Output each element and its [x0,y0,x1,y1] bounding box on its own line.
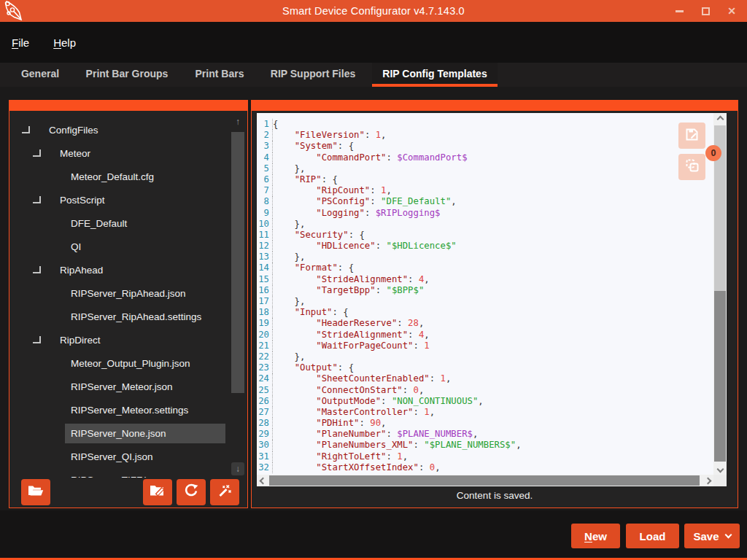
scroll-up-icon[interactable]: ↑ [231,115,244,128]
code-line: 15 "StrideAlignment": 4, [257,274,712,285]
tab-print-bar-groups[interactable]: Print Bar Groups [69,63,185,87]
minimize-button[interactable] [674,5,684,17]
code-line: 4 "CommandPort": $CommandPort$ [257,152,712,163]
expander-icon[interactable] [32,335,42,345]
tree-item-label: RIPServer_QI.json [65,447,225,467]
tree-item-meteor[interactable]: Meteor [9,141,247,165]
menu-help[interactable]: Help [53,36,76,49]
line-number: 17 [257,296,273,307]
save-template-button[interactable] [678,122,705,149]
expander-spacer [43,429,53,438]
tree-item-ripserver-qi-json[interactable]: RIPServer_QI.json [9,445,247,468]
tree-item-dfe-default[interactable]: DFE_Default [9,211,247,235]
tree-item-qi[interactable]: QI [9,235,247,258]
code-line: 20 "StrideAlignment": 4, [257,330,712,341]
line-number: 11 [257,230,273,241]
code-editor[interactable]: 1{2 "FileVersion": 1,3 "System": {4 "Com… [257,113,727,486]
code-line: 18 "Input": { [257,307,712,318]
app-logo-icon [2,0,26,25]
code-line: 25 "ConnectOnStart": 0, [257,385,712,396]
save-button[interactable]: Save [684,524,740,548]
close-button[interactable]: ✕ [727,5,737,17]
line-number: 5 [257,163,273,174]
code-line: 29 "PlaneNumber": $PLANE_NUMBER$, [257,429,712,440]
config-file-tree: ConfigFilesMeteorMeteor_Default.cfgPostS… [9,111,247,484]
expander-icon[interactable] [21,125,31,135]
tree-item-label: RipAhead [54,260,225,280]
editor-horizontal-scrollbar[interactable] [257,475,713,486]
code-line: 21 "WaitForPageCount": 1 [257,341,712,351]
footer-bar: NewLoadSave [0,510,747,560]
code-line: 24 "SheetCounterEnabled": 1, [257,373,712,384]
code-line: 3 "System": { [257,141,712,152]
expander-spacer [43,405,53,415]
tree-item-ripdirect[interactable]: RipDirect [9,328,247,351]
line-number: 18 [257,307,273,318]
tree-item-label: RIPServer_Meteor.json [65,377,225,397]
scroll-down-icon[interactable]: ↓ [231,462,244,475]
magic-wand-icon [217,483,232,501]
open-folder-button[interactable] [21,479,50,505]
tree-item-label: DFE_Default [65,214,225,233]
tree-scrollbar[interactable]: ↑ ↓ [231,115,244,475]
tree-item-configfiles[interactable]: ConfigFiles [9,118,247,141]
tree-item-ripserver-ripahead-json[interactable]: RIPServer_RipAhead.json [9,281,247,305]
code-line: 32 "StartXOffsetIndex": 0, [257,462,712,473]
code-line: 17 }, [257,296,712,307]
tree-item-ripserver-meteor-settings[interactable]: RIPServer_Meteor.settings [9,398,247,421]
tree-item-ripserver-ripahead-settings[interactable]: RIPServer_RipAhead.settings [9,305,247,328]
expander-spacer [43,382,53,392]
expander-spacer [43,172,53,182]
expander-icon[interactable] [32,265,42,275]
line-number: 19 [257,318,273,329]
new-button[interactable]: New [571,524,620,548]
tree-item-ripahead[interactable]: RipAhead [9,258,247,281]
tab-rip-config-templates[interactable]: RIP Config Templates [372,63,498,87]
load-button[interactable]: Load [626,524,679,548]
tab-general[interactable]: General [12,63,69,87]
menu-file[interactable]: File [12,36,29,49]
expander-spacer [43,219,53,228]
code-line: 26 "OutputMode": "NON_CONTINUOUS", [257,396,712,407]
tab-print-bars[interactable]: Print Bars [185,63,254,87]
copy-icon [685,158,700,176]
tree-item-label: RIPServer_RipAhead.json [65,284,225,303]
expander-icon[interactable] [32,195,42,205]
editor-vertical-scrollbar[interactable] [713,113,727,475]
code-line: 16 "TargetBpp": "$BPP$" [257,285,712,296]
line-number: 6 [257,174,273,185]
copy-template-button[interactable] [678,154,705,180]
line-number: 24 [257,373,273,384]
tree-item-label: Meteor [54,144,225,163]
tab-rip-support-files[interactable]: RIP Support Files [254,63,372,87]
editor-scroll-left-icon[interactable] [257,475,268,486]
code-line: 28 "PDHint": 90, [257,418,712,429]
maximize-button[interactable] [700,5,711,17]
wizard-button[interactable] [210,479,239,505]
right-panel-header [252,101,738,111]
code-line: 11 "Security": { [257,230,712,241]
tree-item-meteor-default-cfg[interactable]: Meteor_Default.cfg [9,165,247,188]
tree-item-meteor-output-plugin-json[interactable]: Meteor_Output_Plugin.json [9,351,247,375]
editor-scroll-down-icon[interactable] [713,463,727,475]
title-bar[interactable]: Smart Device Configurator v4.7.143.0 ✕ [0,0,747,22]
tree-item-ripserver-meteor-json[interactable]: RIPServer_Meteor.json [9,375,247,398]
editor-horizontal-thumb[interactable] [269,475,700,486]
editor-vertical-track[interactable] [714,291,726,462]
expander-icon[interactable] [32,149,42,158]
code-line: 8 "PSConfig": "DFE_Default", [257,196,712,207]
editor-scroll-right-icon[interactable] [702,475,713,486]
line-number: 4 [257,152,273,163]
tree-toolbar [10,478,247,507]
tree-item-label: Meteor_Default.cfg [65,167,225,187]
line-number: 31 [257,451,273,462]
tree-item-postscript[interactable]: PostScript [9,188,247,211]
line-number: 10 [257,219,273,230]
edit-folder-button[interactable] [143,479,172,505]
menu-bar: FileHelp [0,22,747,63]
reload-button[interactable] [177,479,206,505]
tree-item-ripserver-none-json[interactable]: RIPServer_None.json [9,421,247,445]
tree-scrollbar-thumb[interactable] [231,132,244,393]
editor-scroll-up-icon[interactable] [713,113,727,125]
line-number: 13 [257,252,273,262]
